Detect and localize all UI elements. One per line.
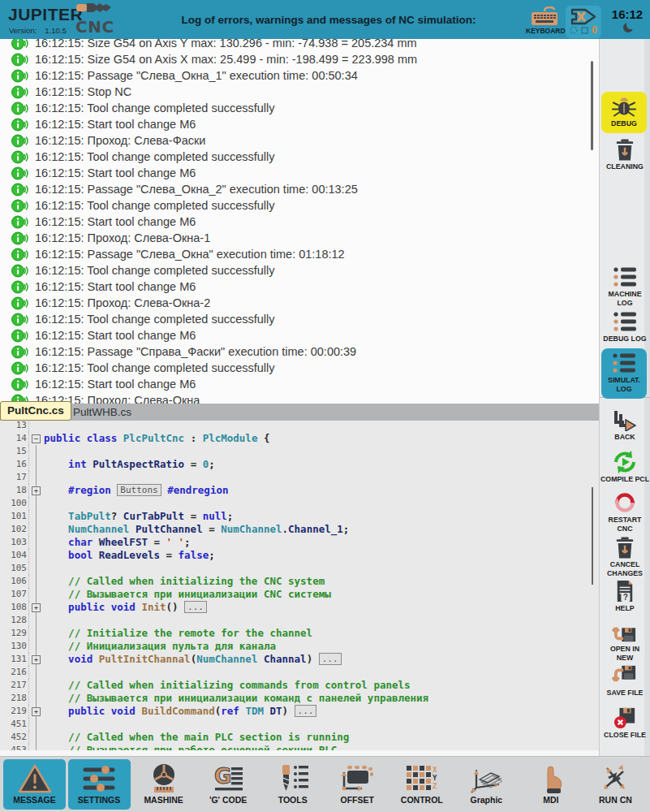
log-entry[interactable]: 16:12:15: Passage "Слева_Окна_2" executi… [0, 181, 599, 197]
toolbar-button-control[interactable]: XYZCONTROL [390, 759, 453, 810]
toolbar-button-g-code[interactable]: G'G' CODE [197, 759, 260, 810]
toolbar-button-tools[interactable]: TOOLS [261, 759, 324, 810]
gcode-icon: G [197, 762, 260, 795]
code-line[interactable]: 13 [0, 421, 599, 432]
log-entry[interactable]: 16:12:15: Start tool change M6 [0, 214, 599, 230]
toolbar-button-graphic[interactable]: Graphic [455, 759, 518, 810]
log-entry[interactable]: 16:12:15: Start tool change M6 [0, 327, 599, 343]
sidebar-button-debug[interactable]: DEBUG [601, 92, 647, 133]
fold-expand-icon[interactable]: + [32, 603, 41, 612]
fold-expand-icon[interactable]: + [32, 655, 41, 664]
sidebar-button-open-in-new[interactable]: OPEN INNEW [600, 620, 650, 663]
log-entry[interactable]: 16:12:15: Passage "Справа_Фаски" executi… [0, 343, 599, 360]
sidebar-button-back[interactable]: BACK [600, 408, 650, 442]
line-number: 108 [0, 601, 29, 614]
log-entry[interactable]: 16:12:15: Size G54 on Axis Y max: 130.29… [0, 39, 599, 51]
log-entry[interactable]: 16:12:15: Tool change completed successf… [0, 100, 599, 116]
code-line[interactable]: 216 [0, 666, 599, 679]
fold-expand-icon[interactable]: + [32, 707, 41, 716]
sidebar-button-restart-cnc[interactable]: RESTARTCNC [600, 491, 650, 533]
log-entry[interactable]: 16:12:15: Start tool change M6 [0, 279, 599, 295]
sidebar-button-cleaning[interactable]: CLEANING [600, 138, 650, 171]
code-line[interactable]: 104 bool ReadLevels = false; [0, 549, 599, 562]
toolbar-button-offset[interactable]: OFFSET [326, 759, 389, 810]
code-text: NumChannel PultChannel = NumChannel.Chan… [44, 523, 349, 536]
code-line[interactable]: 107 // Вызывается при инициализации CNC … [0, 588, 599, 601]
simulation-exit-button[interactable]: 0 [566, 6, 601, 38]
code-line[interactable]: 106 // Called when initializing the CNC … [0, 575, 599, 588]
code-line[interactable]: 103 char WheelFST = ' '; [0, 536, 599, 549]
fold-gutter[interactable]: + [29, 705, 44, 718]
error-count-badge: 0 [592, 26, 597, 34]
log-entry[interactable]: 16:12:15: Passage "Слева_Окна_1" executi… [0, 67, 599, 84]
sidebar-button-debug-log[interactable]: DEBUG LOG [600, 310, 650, 343]
log-entry[interactable]: 16:12:15: Passage "Слева_Окна" execution… [0, 246, 599, 262]
code-line[interactable]: 15 [0, 445, 599, 458]
toolbar-button-label: OFFSET [326, 795, 389, 805]
log-entry[interactable]: 16:12:15: Tool change completed successf… [0, 262, 599, 279]
code-line[interactable]: 452 // Called when the main PLC section … [0, 731, 599, 744]
fold-gutter[interactable]: + [29, 653, 44, 666]
info-icon [11, 117, 28, 132]
code-line[interactable]: 131+ void PultInitChannal(NumChannel Cha… [0, 653, 599, 666]
toolbar-button-mashine[interactable]: MASHINE [132, 759, 195, 810]
code-line[interactable]: 102 NumChannel PultChannel = NumChannel.… [0, 523, 599, 536]
fold-expand-icon[interactable]: + [32, 486, 41, 495]
tab-pultcnc[interactable]: PultCnc.cs [0, 401, 71, 421]
code-line[interactable]: 451 [0, 718, 599, 731]
log-entry[interactable]: 16:12:15: Start tool change M6 [0, 376, 599, 392]
code-line[interactable]: 100 [0, 497, 599, 510]
toolbar-button-message[interactable]: MESSAGE [3, 759, 66, 810]
log-entry[interactable]: 16:12:15: Tool change completed successf… [0, 149, 599, 165]
log-entry[interactable]: 16:12:15: Tool change completed successf… [0, 360, 599, 376]
code-line[interactable]: 218 // Вызывается при инициализации кома… [0, 692, 599, 705]
moon-icon[interactable] [609, 22, 648, 37]
code-line[interactable]: 14−public class PlcPultCnc : PlcModule { [0, 432, 599, 445]
code-editor[interactable]: 1314−public class PlcPultCnc : PlcModule… [0, 421, 599, 756]
log-scrollbar-thumb[interactable] [591, 61, 593, 150]
code-line[interactable]: 219+ public void BuildCommand(ref TDM DT… [0, 705, 599, 718]
log-entry[interactable]: 16:12:15: Stop NC [0, 84, 599, 100]
fold-collapse-icon[interactable]: − [32, 434, 41, 443]
code-line[interactable]: 16 int PultAspectRatio = 0; [0, 458, 599, 471]
toolbar-button-mdi[interactable]: MDI [519, 759, 582, 810]
code-line[interactable]: 17 [0, 471, 599, 484]
fold-gutter[interactable]: + [29, 601, 44, 614]
log-entry[interactable]: 16:12:15: Проход: Слева-Окна-1 [0, 230, 599, 246]
back-icon [600, 408, 650, 431]
sidebar-button-compile-pcl[interactable]: COMPILE PCL [600, 451, 650, 484]
log-entry[interactable]: 16:12:15: Проход: Слева-Фаски [0, 132, 599, 149]
code-line[interactable]: 217 // Called when initializing commands… [0, 679, 599, 692]
tab-pultwhb[interactable]: PultWHB.cs [73, 404, 131, 421]
log-entry[interactable]: 16:12:15: Проход: Слева-Окна [0, 392, 599, 404]
sidebar-button-simulat-log[interactable]: SIMULAT.LOG [601, 348, 647, 399]
line-number: 106 [0, 575, 29, 588]
keyboard-button[interactable]: KEYBOARD [526, 6, 563, 35]
log-entry[interactable]: 16:12:15: Проход: Слева-Окна-2 [0, 295, 599, 311]
code-scrollbar-thumb[interactable] [592, 487, 593, 585]
code-line[interactable]: 108+ public void Init() ... [0, 601, 599, 614]
code-line[interactable]: 105 [0, 562, 599, 575]
fold-gutter [29, 575, 44, 588]
fold-gutter[interactable]: + [29, 484, 44, 497]
sidebar-button-close-file[interactable]: CLOSE FILE [600, 706, 650, 740]
log-entry[interactable]: 16:12:15: Start tool change M6 [0, 165, 599, 181]
sidebar-button-machine-log[interactable]: MACHINELOG [600, 266, 650, 308]
log-entry[interactable]: 16:12:15: Start tool change M6 [0, 116, 599, 132]
code-line[interactable]: 130 // Инициализация пульта для канала [0, 640, 599, 653]
sidebar-button-save-file[interactable]: SAVE FILE [600, 664, 650, 698]
code-line[interactable]: 128 [0, 614, 599, 627]
fold-gutter[interactable]: − [29, 432, 44, 445]
bug-icon [601, 95, 647, 118]
sidebar-button-help[interactable]: ?HELP [600, 580, 650, 613]
sidebar-button-cancel-changes[interactable]: CANCELCHANGES [600, 536, 650, 578]
code-line[interactable]: 18+ #region Buttons #endregion [0, 484, 599, 497]
code-line[interactable]: 101 TabPult? CurTabPult = null; [0, 510, 599, 523]
toolbar-button-run-cn[interactable]: RUN CN [584, 759, 647, 810]
log-entry[interactable]: 16:12:15: Tool change completed successf… [0, 311, 599, 327]
code-hscrollbar[interactable] [0, 750, 599, 756]
code-line[interactable]: 129 // Initialize the remote for the cha… [0, 627, 599, 640]
log-entry[interactable]: 16:12:15: Size G54 on Axis X max: 25.499… [0, 51, 599, 67]
log-entry[interactable]: 16:12:15: Tool change completed successf… [0, 197, 599, 214]
toolbar-button-settings[interactable]: SETTINGS [68, 759, 131, 810]
